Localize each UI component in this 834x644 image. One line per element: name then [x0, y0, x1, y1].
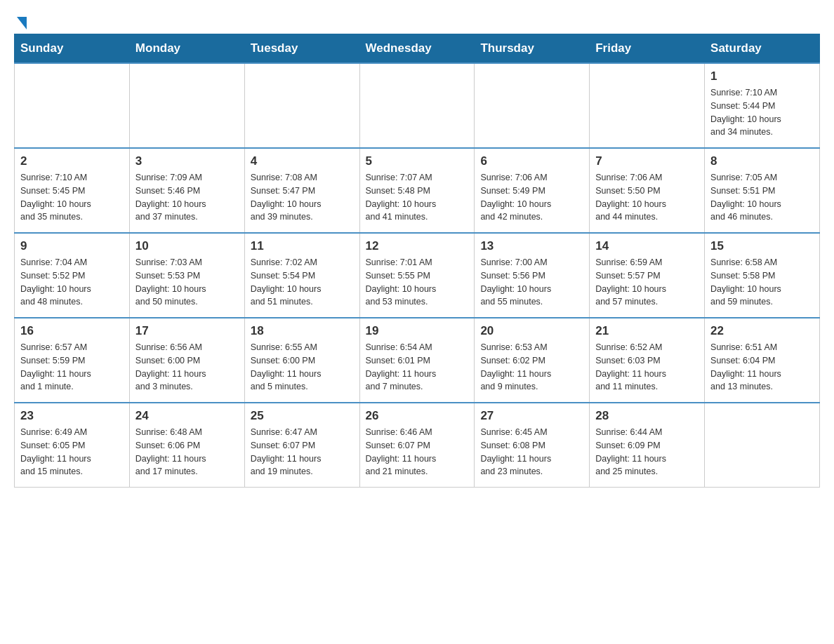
- day-info: Sunrise: 7:00 AM Sunset: 5:56 PM Dayligh…: [480, 256, 583, 309]
- calendar-cell: [705, 403, 820, 488]
- day-info: Sunrise: 6:56 AM Sunset: 6:00 PM Dayligh…: [135, 341, 239, 394]
- day-info: Sunrise: 6:55 AM Sunset: 6:00 PM Dayligh…: [251, 341, 354, 394]
- calendar-cell: 28Sunrise: 6:44 AM Sunset: 6:09 PM Dayli…: [590, 403, 705, 488]
- calendar-cell: 25Sunrise: 6:47 AM Sunset: 6:07 PM Dayli…: [244, 403, 359, 488]
- day-info: Sunrise: 7:07 AM Sunset: 5:48 PM Dayligh…: [366, 171, 469, 224]
- day-info: Sunrise: 6:47 AM Sunset: 6:07 PM Dayligh…: [251, 426, 354, 478]
- day-number: 7: [595, 154, 699, 168]
- day-number: 9: [20, 239, 124, 253]
- day-number: 11: [251, 239, 354, 253]
- day-number: 2: [20, 154, 124, 168]
- calendar-cell: 16Sunrise: 6:57 AM Sunset: 5:59 PM Dayli…: [15, 318, 130, 403]
- calendar-week-4: 16Sunrise: 6:57 AM Sunset: 5:59 PM Dayli…: [15, 318, 820, 403]
- day-number: 19: [366, 324, 469, 338]
- day-number: 13: [480, 239, 583, 253]
- calendar-cell: 4Sunrise: 7:08 AM Sunset: 5:47 PM Daylig…: [244, 148, 359, 233]
- day-info: Sunrise: 6:59 AM Sunset: 5:57 PM Dayligh…: [595, 256, 699, 309]
- column-header-monday: Monday: [129, 34, 244, 64]
- calendar-week-2: 2Sunrise: 7:10 AM Sunset: 5:45 PM Daylig…: [15, 148, 820, 233]
- day-info: Sunrise: 7:10 AM Sunset: 5:45 PM Dayligh…: [20, 171, 124, 224]
- calendar-cell: 19Sunrise: 6:54 AM Sunset: 6:01 PM Dayli…: [359, 318, 475, 403]
- day-number: 3: [135, 154, 239, 168]
- day-info: Sunrise: 6:44 AM Sunset: 6:09 PM Dayligh…: [595, 426, 699, 478]
- calendar-cell: 27Sunrise: 6:45 AM Sunset: 6:08 PM Dayli…: [475, 403, 590, 488]
- calendar-cell: 9Sunrise: 7:04 AM Sunset: 5:52 PM Daylig…: [15, 233, 130, 318]
- column-header-friday: Friday: [590, 34, 705, 64]
- calendar-cell: 13Sunrise: 7:00 AM Sunset: 5:56 PM Dayli…: [475, 233, 590, 318]
- calendar-week-1: 1Sunrise: 7:10 AM Sunset: 5:44 PM Daylig…: [15, 63, 820, 148]
- day-number: 22: [710, 324, 814, 338]
- day-number: 23: [20, 409, 124, 423]
- calendar-cell: 2Sunrise: 7:10 AM Sunset: 5:45 PM Daylig…: [15, 148, 130, 233]
- day-number: 5: [366, 154, 469, 168]
- day-number: 15: [710, 239, 814, 253]
- calendar-cell: 6Sunrise: 7:06 AM Sunset: 5:49 PM Daylig…: [475, 148, 590, 233]
- calendar-cell: 8Sunrise: 7:05 AM Sunset: 5:51 PM Daylig…: [705, 148, 820, 233]
- column-header-wednesday: Wednesday: [359, 34, 475, 64]
- calendar-cell: 20Sunrise: 6:53 AM Sunset: 6:02 PM Dayli…: [475, 318, 590, 403]
- calendar: SundayMondayTuesdayWednesdayThursdayFrid…: [14, 34, 820, 488]
- day-info: Sunrise: 7:01 AM Sunset: 5:55 PM Dayligh…: [366, 256, 469, 309]
- calendar-cell: 23Sunrise: 6:49 AM Sunset: 6:05 PM Dayli…: [15, 403, 130, 488]
- calendar-week-5: 23Sunrise: 6:49 AM Sunset: 6:05 PM Dayli…: [15, 403, 820, 488]
- day-number: 28: [595, 409, 699, 423]
- logo-arrow-icon: [17, 17, 27, 29]
- calendar-week-3: 9Sunrise: 7:04 AM Sunset: 5:52 PM Daylig…: [15, 233, 820, 318]
- day-info: Sunrise: 7:06 AM Sunset: 5:49 PM Dayligh…: [480, 171, 583, 224]
- day-info: Sunrise: 7:05 AM Sunset: 5:51 PM Dayligh…: [710, 171, 814, 224]
- calendar-cell: [475, 63, 590, 148]
- day-info: Sunrise: 7:04 AM Sunset: 5:52 PM Dayligh…: [20, 256, 124, 309]
- day-info: Sunrise: 7:09 AM Sunset: 5:46 PM Dayligh…: [135, 171, 239, 224]
- day-number: 17: [135, 324, 239, 338]
- calendar-cell: 22Sunrise: 6:51 AM Sunset: 6:04 PM Dayli…: [705, 318, 820, 403]
- calendar-cell: 17Sunrise: 6:56 AM Sunset: 6:00 PM Dayli…: [129, 318, 244, 403]
- calendar-cell: 11Sunrise: 7:02 AM Sunset: 5:54 PM Dayli…: [244, 233, 359, 318]
- calendar-cell: 1Sunrise: 7:10 AM Sunset: 5:44 PM Daylig…: [705, 63, 820, 148]
- column-header-sunday: Sunday: [15, 34, 130, 64]
- logo: [14, 14, 27, 27]
- calendar-cell: 14Sunrise: 6:59 AM Sunset: 5:57 PM Dayli…: [590, 233, 705, 318]
- day-info: Sunrise: 7:10 AM Sunset: 5:44 PM Dayligh…: [710, 86, 814, 139]
- calendar-cell: [244, 63, 359, 148]
- calendar-cell: 21Sunrise: 6:52 AM Sunset: 6:03 PM Dayli…: [590, 318, 705, 403]
- day-info: Sunrise: 6:57 AM Sunset: 5:59 PM Dayligh…: [20, 341, 124, 394]
- day-number: 25: [251, 409, 354, 423]
- day-number: 24: [135, 409, 239, 423]
- day-info: Sunrise: 6:48 AM Sunset: 6:06 PM Dayligh…: [135, 426, 239, 478]
- day-info: Sunrise: 6:54 AM Sunset: 6:01 PM Dayligh…: [366, 341, 469, 394]
- day-number: 27: [480, 409, 583, 423]
- column-header-thursday: Thursday: [475, 34, 590, 64]
- day-number: 18: [251, 324, 354, 338]
- day-info: Sunrise: 6:49 AM Sunset: 6:05 PM Dayligh…: [20, 426, 124, 478]
- day-info: Sunrise: 7:06 AM Sunset: 5:50 PM Dayligh…: [595, 171, 699, 224]
- calendar-cell: 10Sunrise: 7:03 AM Sunset: 5:53 PM Dayli…: [129, 233, 244, 318]
- column-header-saturday: Saturday: [705, 34, 820, 64]
- calendar-header-row: SundayMondayTuesdayWednesdayThursdayFrid…: [15, 34, 820, 64]
- calendar-cell: 5Sunrise: 7:07 AM Sunset: 5:48 PM Daylig…: [359, 148, 475, 233]
- day-info: Sunrise: 6:53 AM Sunset: 6:02 PM Dayligh…: [480, 341, 583, 394]
- calendar-cell: 15Sunrise: 6:58 AM Sunset: 5:58 PM Dayli…: [705, 233, 820, 318]
- calendar-cell: 18Sunrise: 6:55 AM Sunset: 6:00 PM Dayli…: [244, 318, 359, 403]
- calendar-cell: [359, 63, 475, 148]
- day-number: 14: [595, 239, 699, 253]
- day-info: Sunrise: 6:46 AM Sunset: 6:07 PM Dayligh…: [366, 426, 469, 478]
- column-header-tuesday: Tuesday: [244, 34, 359, 64]
- calendar-cell: 24Sunrise: 6:48 AM Sunset: 6:06 PM Dayli…: [129, 403, 244, 488]
- day-number: 8: [710, 154, 814, 168]
- day-number: 12: [366, 239, 469, 253]
- day-info: Sunrise: 7:03 AM Sunset: 5:53 PM Dayligh…: [135, 256, 239, 309]
- day-number: 20: [480, 324, 583, 338]
- day-info: Sunrise: 6:52 AM Sunset: 6:03 PM Dayligh…: [595, 341, 699, 394]
- day-info: Sunrise: 7:08 AM Sunset: 5:47 PM Dayligh…: [251, 171, 354, 224]
- day-number: 16: [20, 324, 124, 338]
- header: [14, 14, 820, 27]
- day-number: 21: [595, 324, 699, 338]
- day-number: 26: [366, 409, 469, 423]
- calendar-cell: [15, 63, 130, 148]
- day-info: Sunrise: 7:02 AM Sunset: 5:54 PM Dayligh…: [251, 256, 354, 309]
- day-number: 10: [135, 239, 239, 253]
- calendar-cell: [590, 63, 705, 148]
- day-number: 6: [480, 154, 583, 168]
- day-info: Sunrise: 6:45 AM Sunset: 6:08 PM Dayligh…: [480, 426, 583, 478]
- calendar-cell: 3Sunrise: 7:09 AM Sunset: 5:46 PM Daylig…: [129, 148, 244, 233]
